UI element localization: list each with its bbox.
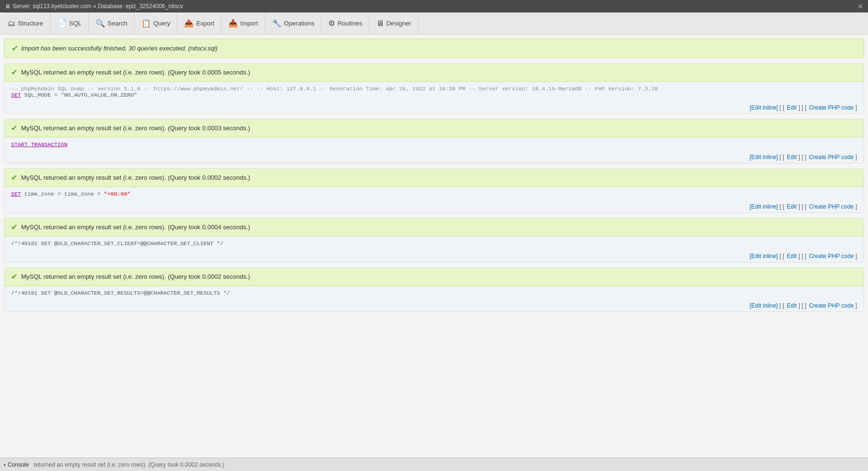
- query-block-5: ✔MySQL returned an empty result set (i.e…: [4, 267, 864, 312]
- success-banner: ✔ Import has been successfully finished,…: [4, 38, 864, 58]
- nav-tab-sql[interactable]: 📄SQL: [50, 12, 89, 34]
- sql-tab-label: SQL: [69, 20, 82, 27]
- nav-tab-operations[interactable]: 🔧Operations: [265, 12, 322, 34]
- edit-link-2[interactable]: Edit: [787, 154, 797, 161]
- query-result-header-4: ✔MySQL returned an empty result set (i.e…: [4, 218, 864, 236]
- nav-tab-import[interactable]: 📥Import: [222, 12, 265, 34]
- success-text: Import has been successfully finished, 3…: [21, 45, 218, 52]
- export-tab-icon: 📤: [184, 19, 194, 28]
- close-button[interactable]: ✕: [857, 2, 863, 10]
- code-line-1-0: -- phpMyAdmin SQL Dump -- version 5.1.0 …: [11, 86, 857, 92]
- operations-tab-icon: 🔧: [272, 19, 282, 28]
- edit-inline-link-5[interactable]: [Edit inline]: [750, 302, 778, 309]
- query-result-text-3: MySQL returned an empty result set (i.e.…: [21, 174, 250, 181]
- create-php-code-link-3[interactable]: Create PHP code: [809, 203, 854, 210]
- create-php-code-link-5[interactable]: Create PHP code: [809, 302, 854, 309]
- sql-string-3-0: "+00:00": [104, 191, 130, 197]
- query-tab-label: Query: [153, 20, 170, 27]
- query-blocks-container: ✔MySQL returned an empty result set (i.e…: [4, 63, 864, 312]
- nav-tab-query[interactable]: 📋Query: [135, 12, 177, 34]
- query-code-area-1: -- phpMyAdmin SQL Dump -- version 5.1.0 …: [4, 82, 864, 102]
- search-tab-label: Search: [108, 20, 127, 27]
- query-actions-4: [Edit inline] [ [ Edit ] [ [ Create PHP …: [4, 250, 864, 262]
- query-check-icon-2: ✔: [11, 124, 17, 133]
- query-check-icon-4: ✔: [11, 223, 17, 232]
- edit-inline-link-1[interactable]: [Edit inline]: [750, 104, 778, 111]
- edit-link-1[interactable]: Edit: [787, 104, 797, 111]
- query-result-text-1: MySQL returned an empty result set (i.e.…: [21, 69, 250, 76]
- edit-inline-link-3[interactable]: [Edit inline]: [750, 203, 778, 210]
- query-result-header-1: ✔MySQL returned an empty result set (i.e…: [4, 63, 864, 82]
- structure-tab-label: Structure: [18, 20, 43, 27]
- routines-tab-label: Routines: [337, 20, 362, 27]
- designer-tab-label: Designer: [386, 20, 411, 27]
- nav-tab-designer[interactable]: 🖥Designer: [370, 12, 419, 34]
- query-result-text-4: MySQL returned an empty result set (i.e.…: [21, 223, 250, 231]
- query-result-header-5: ✔MySQL returned an empty result set (i.e…: [4, 268, 864, 286]
- query-code-area-2: START TRANSACTION: [4, 137, 864, 151]
- query-result-header-3: ✔MySQL returned an empty result set (i.e…: [4, 169, 864, 187]
- query-actions-1: [Edit inline] [ [ Edit ] [ [ Create PHP …: [4, 102, 864, 113]
- edit-link-3[interactable]: Edit: [787, 203, 797, 210]
- create-php-code-link-2[interactable]: Create PHP code: [809, 154, 854, 161]
- edit-link-4[interactable]: Edit: [787, 253, 797, 260]
- operations-tab-label: Operations: [284, 20, 315, 27]
- import-tab-label: Import: [240, 20, 258, 27]
- query-result-text-2: MySQL returned an empty result set (i.e.…: [21, 124, 250, 132]
- main-content: ✔ Import has been successfully finished,…: [0, 35, 868, 458]
- query-block-1: ✔MySQL returned an empty result set (i.e…: [4, 63, 864, 114]
- edit-inline-link-2[interactable]: [Edit inline]: [750, 154, 778, 161]
- code-line-4-0: /*!40101 SET @OLD_CHARACTER_SET_CLIENT=@…: [11, 240, 857, 247]
- code-line-3-0: SET time_zone = time_zone = "+00:00": [11, 191, 857, 197]
- title-bar: 🖥 Server: sql113.byetcluster.com » Datab…: [0, 0, 868, 12]
- query-check-icon-3: ✔: [11, 173, 17, 182]
- query-result-text-5: MySQL returned an empty result set (i.e.…: [21, 273, 250, 280]
- query-check-icon-1: ✔: [11, 68, 17, 77]
- sql-keyword-1-1: SET: [11, 92, 21, 98]
- title-bar-label: Server: sql113.byetcluster.com » Databas…: [12, 3, 183, 10]
- nav-tab-routines[interactable]: ⚙Routines: [322, 12, 369, 34]
- query-block-4: ✔MySQL returned an empty result set (i.e…: [4, 218, 864, 262]
- query-actions-5: [Edit inline] [ [ Edit ] [ [ Create PHP …: [4, 300, 864, 311]
- nav-tab-export[interactable]: 📤Export: [177, 12, 222, 34]
- title-bar-text: 🖥 Server: sql113.byetcluster.com » Datab…: [5, 3, 183, 10]
- edit-link-5[interactable]: Edit: [787, 302, 797, 309]
- query-code-area-5: /*!40101 SET @OLD_CHARACTER_SET_RESULTS=…: [4, 286, 864, 300]
- designer-tab-icon: 🖥: [376, 19, 384, 28]
- query-block-2: ✔MySQL returned an empty result set (i.e…: [4, 119, 864, 163]
- query-check-icon-5: ✔: [11, 272, 17, 281]
- query-actions-2: [Edit inline] [ [ Edit ] [ [ Create PHP …: [4, 151, 864, 163]
- create-php-code-link-1[interactable]: Create PHP code: [809, 104, 854, 111]
- query-tab-icon: 📋: [141, 19, 151, 28]
- code-line-5-0: /*!40101 SET @OLD_CHARACTER_SET_RESULTS=…: [11, 290, 857, 296]
- structure-tab-icon: 🗂: [8, 19, 15, 28]
- sql-keyword-3-0: SET: [11, 191, 21, 197]
- query-actions-3: [Edit inline] [ [ Edit ] [ [ Create PHP …: [4, 201, 864, 212]
- routines-tab-icon: ⚙: [328, 19, 335, 28]
- sql-tab-icon: 📄: [57, 19, 67, 28]
- query-result-header-2: ✔MySQL returned an empty result set (i.e…: [4, 119, 864, 137]
- nav-tab-structure[interactable]: 🗂Structure: [1, 12, 50, 34]
- sql-keyword-2-0: START TRANSACTION: [11, 141, 67, 148]
- nav-tabs: 🗂Structure📄SQL🔍Search📋Query📤Export📥Impor…: [0, 12, 868, 35]
- query-block-3: ✔MySQL returned an empty result set (i.e…: [4, 168, 864, 213]
- code-line-1-1: SET SQL_MODE = "NO_AUTO_VALUE_ON_ZERO": [11, 92, 857, 98]
- edit-inline-link-4[interactable]: [Edit inline]: [750, 253, 778, 260]
- create-php-code-link-4[interactable]: Create PHP code: [809, 253, 854, 260]
- export-tab-label: Export: [196, 20, 214, 27]
- check-icon: ✔: [11, 44, 17, 53]
- query-code-area-3: SET time_zone = time_zone = "+00:00": [4, 187, 864, 201]
- query-code-area-4: /*!40101 SET @OLD_CHARACTER_SET_CLIENT=@…: [4, 236, 864, 250]
- server-icon: 🖥: [5, 3, 11, 10]
- search-tab-icon: 🔍: [96, 19, 105, 28]
- nav-tab-search[interactable]: 🔍Search: [89, 12, 135, 34]
- import-tab-icon: 📥: [228, 19, 238, 28]
- code-line-2-0: START TRANSACTION: [11, 141, 857, 148]
